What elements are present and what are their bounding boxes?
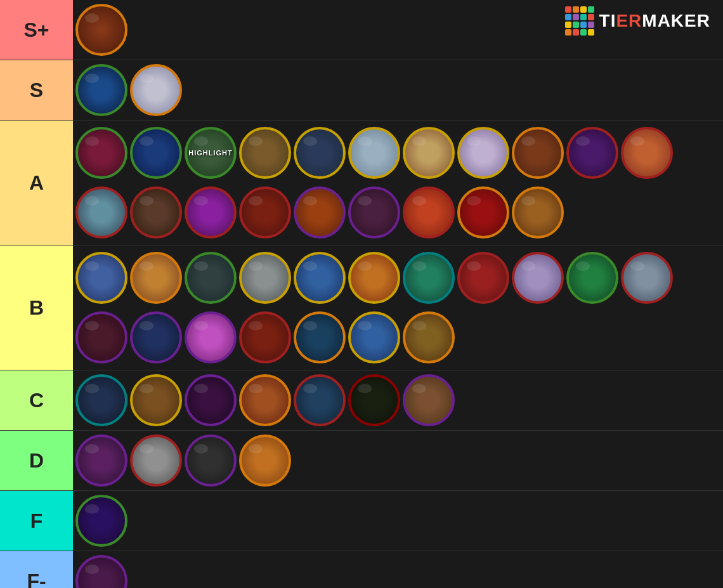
logo-area: TierMaker: [565, 6, 710, 36]
logo-er-text: er: [616, 11, 642, 30]
tier-item-b16[interactable]: [294, 311, 346, 363]
tier-label-a: A: [0, 121, 73, 245]
tier-label-fminus: F-: [0, 551, 73, 588]
tier-items-a-row1: HIGHLIGHT: [75, 124, 673, 181]
tier-item-a3[interactable]: HIGHLIGHT: [185, 127, 237, 179]
tier-item-a10[interactable]: [566, 127, 618, 179]
tier-item-b18[interactable]: [403, 311, 455, 363]
tier-item-b5[interactable]: [294, 252, 346, 304]
tier-item-b15[interactable]: [239, 311, 291, 363]
tier-item-b7[interactable]: [403, 252, 455, 304]
tier-item-c7[interactable]: [403, 374, 455, 426]
tier-item-b2[interactable]: [130, 252, 182, 304]
tier-item-s2[interactable]: [130, 64, 182, 116]
tier-item-a2[interactable]: [130, 127, 182, 179]
tier-items-c: [73, 370, 723, 430]
tier-item-a9[interactable]: [512, 127, 564, 179]
tier-item-s1[interactable]: [75, 64, 127, 116]
tier-item-b17[interactable]: [348, 311, 400, 363]
tier-item-a16[interactable]: [294, 186, 346, 238]
tier-item-d4[interactable]: [239, 434, 291, 487]
tier-item-a8[interactable]: [457, 127, 509, 179]
tier-item-a11[interactable]: [621, 127, 673, 179]
tier-label-f: F: [0, 491, 73, 551]
tier-item-d2[interactable]: [130, 434, 182, 487]
tier-item-c4[interactable]: [239, 374, 291, 426]
tier-item-c6[interactable]: [348, 374, 400, 426]
tier-item-d1[interactable]: [75, 434, 127, 487]
logo-tier-text: Ti: [599, 11, 616, 30]
tier-item-b12[interactable]: [75, 311, 127, 363]
tier-item-b4[interactable]: [239, 252, 291, 304]
tier-label-splus: S+: [0, 0, 73, 60]
tier-item-c2[interactable]: [130, 374, 182, 426]
tier-items-a-row2: [75, 184, 564, 241]
tier-item-a4[interactable]: [239, 127, 291, 179]
tier-item-a7[interactable]: [403, 127, 455, 179]
tier-item-b3[interactable]: [185, 252, 237, 304]
tier-items-fminus: [73, 551, 723, 588]
tier-item-b11[interactable]: [621, 252, 673, 304]
tier-container: S+ S A HIGHLIGHT: [0, 0, 723, 588]
tier-row-fminus: F-: [0, 551, 723, 588]
tier-item-b1[interactable]: [75, 252, 127, 304]
tier-item-b6[interactable]: [348, 252, 400, 304]
tier-item-b13[interactable]: [130, 311, 182, 363]
logo-grid-icon: [565, 6, 594, 36]
tier-item-a18[interactable]: [403, 186, 455, 238]
tier-label-s: S: [0, 60, 73, 120]
logo-maker-text: Maker: [642, 11, 710, 30]
tier-item-b14[interactable]: [185, 311, 237, 363]
logo-text: TierMaker: [599, 11, 710, 31]
tier-item-a17[interactable]: [348, 186, 400, 238]
tier-items-b: [73, 245, 723, 370]
tier-row-d: D: [0, 431, 723, 491]
tier-items-b-row1: [75, 249, 673, 306]
tier-row-s: S: [0, 60, 723, 121]
tier-label-b: B: [0, 245, 73, 370]
tier-item-b9[interactable]: [512, 252, 564, 304]
tier-item-a15[interactable]: [239, 186, 291, 238]
tier-item-a6[interactable]: [348, 127, 400, 179]
tier-item-c3[interactable]: [185, 374, 237, 426]
tier-item-fm1[interactable]: [75, 555, 127, 588]
highlight-label: HIGHLIGHT: [188, 149, 233, 157]
tier-item-d3[interactable]: [185, 434, 237, 487]
tier-items-d: [73, 431, 723, 490]
tier-items-s: [73, 60, 723, 120]
tier-row-c: C: [0, 370, 723, 431]
tier-label-c: C: [0, 370, 73, 430]
tier-label-d: D: [0, 431, 73, 490]
tier-item-a5[interactable]: [294, 127, 346, 179]
tier-item-sp1[interactable]: [75, 4, 127, 56]
tier-item-a19[interactable]: [457, 186, 509, 238]
tier-item-c5[interactable]: [294, 374, 346, 426]
tier-row-b: B: [0, 245, 723, 370]
tier-item-a13[interactable]: [130, 186, 182, 238]
tier-items-b-row2: [75, 309, 455, 366]
tier-item-b8[interactable]: [457, 252, 509, 304]
tier-row-a: A HIGHLIGHT: [0, 121, 723, 245]
tier-item-a12[interactable]: [75, 186, 127, 238]
tier-item-a1[interactable]: [75, 127, 127, 179]
tier-items-a: HIGHLIGHT: [73, 121, 723, 245]
tier-items-f: [73, 491, 723, 551]
tier-item-a14[interactable]: [185, 186, 237, 238]
tier-item-b10[interactable]: [566, 252, 618, 304]
tier-item-f1[interactable]: [75, 495, 127, 547]
tier-item-a20[interactable]: [512, 186, 564, 238]
tier-row-f: F: [0, 491, 723, 551]
tier-item-c1[interactable]: [75, 374, 127, 426]
